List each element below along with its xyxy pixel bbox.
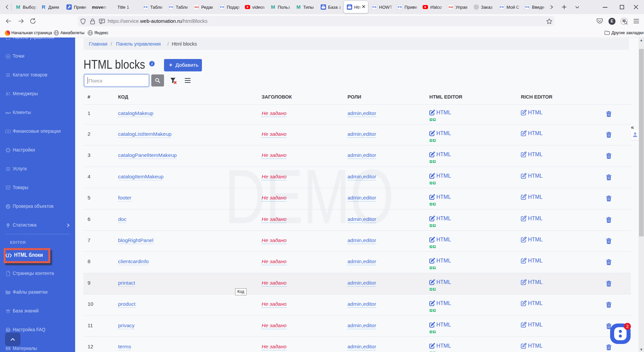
svg-text:?: ? [7,328,9,332]
